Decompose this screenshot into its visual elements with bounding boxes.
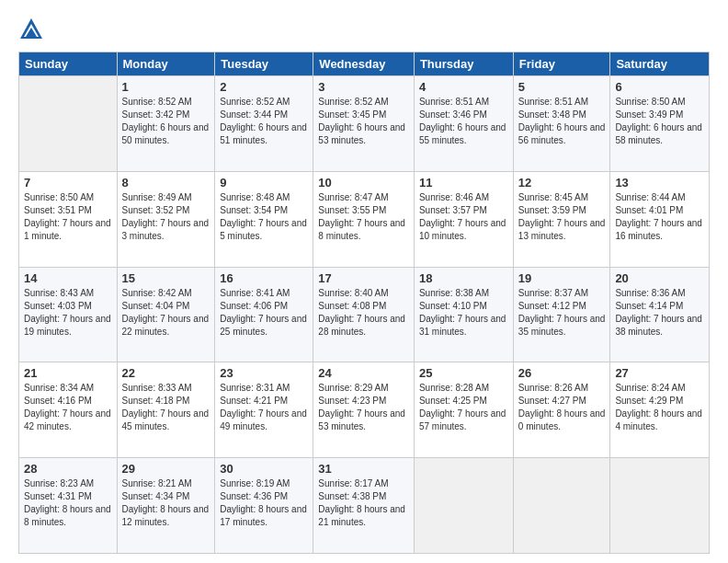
- calendar-cell: 9Sunrise: 8:48 AMSunset: 3:54 PMDaylight…: [215, 171, 313, 267]
- day-number: 11: [419, 176, 508, 190]
- calendar-cell: 21Sunrise: 8:34 AMSunset: 4:16 PMDayligh…: [19, 362, 118, 458]
- calendar-cell: 15Sunrise: 8:42 AMSunset: 4:04 PMDayligh…: [117, 267, 215, 362]
- day-info: Sunrise: 8:42 AMSunset: 4:04 PMDaylight:…: [122, 287, 210, 339]
- day-number: 21: [24, 366, 112, 380]
- calendar-week-row: 14Sunrise: 8:43 AMSunset: 4:03 PMDayligh…: [19, 267, 710, 362]
- calendar-cell: 18Sunrise: 8:38 AMSunset: 4:10 PMDayligh…: [414, 267, 513, 362]
- day-info: Sunrise: 8:41 AMSunset: 4:06 PMDaylight:…: [220, 287, 308, 339]
- calendar-cell: 25Sunrise: 8:28 AMSunset: 4:25 PMDayligh…: [414, 362, 513, 458]
- calendar-cell: 1Sunrise: 8:52 AMSunset: 3:42 PMDaylight…: [117, 76, 215, 172]
- day-info: Sunrise: 8:40 AMSunset: 4:08 PMDaylight:…: [318, 287, 409, 339]
- calendar-week-row: 1Sunrise: 8:52 AMSunset: 3:42 PMDaylight…: [19, 76, 710, 172]
- day-number: 1: [122, 80, 210, 94]
- calendar-cell: 8Sunrise: 8:49 AMSunset: 3:52 PMDaylight…: [117, 171, 215, 267]
- calendar-cell: [414, 458, 513, 554]
- day-info: Sunrise: 8:52 AMSunset: 3:42 PMDaylight:…: [122, 96, 210, 147]
- logo: [18, 17, 48, 42]
- calendar-cell: 31Sunrise: 8:17 AMSunset: 4:38 PMDayligh…: [313, 458, 415, 554]
- day-header-thursday: Thursday: [414, 52, 513, 76]
- day-info: Sunrise: 8:33 AMSunset: 4:18 PMDaylight:…: [122, 382, 210, 433]
- day-number: 28: [24, 462, 112, 476]
- day-info: Sunrise: 8:52 AMSunset: 3:45 PMDaylight:…: [318, 96, 409, 147]
- day-info: Sunrise: 8:26 AMSunset: 4:27 PMDaylight:…: [518, 382, 606, 433]
- day-info: Sunrise: 8:47 AMSunset: 3:55 PMDaylight:…: [318, 191, 409, 243]
- day-info: Sunrise: 8:28 AMSunset: 4:25 PMDaylight:…: [419, 382, 508, 433]
- day-info: Sunrise: 8:24 AMSunset: 4:29 PMDaylight:…: [615, 382, 704, 433]
- day-info: Sunrise: 8:51 AMSunset: 3:46 PMDaylight:…: [419, 96, 508, 147]
- day-info: Sunrise: 8:36 AMSunset: 4:14 PMDaylight:…: [615, 287, 704, 339]
- day-info: Sunrise: 8:48 AMSunset: 3:54 PMDaylight:…: [220, 191, 308, 243]
- day-number: 27: [615, 366, 704, 380]
- calendar-cell: 17Sunrise: 8:40 AMSunset: 4:08 PMDayligh…: [313, 267, 415, 362]
- day-number: 2: [220, 80, 308, 94]
- day-header-wednesday: Wednesday: [313, 52, 415, 76]
- day-info: Sunrise: 8:50 AMSunset: 3:51 PMDaylight:…: [24, 191, 112, 243]
- day-info: Sunrise: 8:45 AMSunset: 3:59 PMDaylight:…: [518, 191, 606, 243]
- day-number: 14: [24, 271, 112, 285]
- day-number: 6: [615, 80, 704, 94]
- day-info: Sunrise: 8:38 AMSunset: 4:10 PMDaylight:…: [419, 287, 508, 339]
- header: [18, 17, 710, 42]
- day-number: 3: [318, 80, 409, 94]
- day-number: 18: [419, 271, 508, 285]
- day-number: 8: [122, 176, 210, 190]
- day-number: 30: [220, 462, 308, 476]
- day-header-friday: Friday: [513, 52, 610, 76]
- calendar-cell: 14Sunrise: 8:43 AMSunset: 4:03 PMDayligh…: [19, 267, 118, 362]
- calendar-week-row: 28Sunrise: 8:23 AMSunset: 4:31 PMDayligh…: [19, 458, 710, 554]
- day-number: 25: [419, 366, 508, 380]
- calendar-cell: 30Sunrise: 8:19 AMSunset: 4:36 PMDayligh…: [215, 458, 313, 554]
- calendar-cell: 27Sunrise: 8:24 AMSunset: 4:29 PMDayligh…: [610, 362, 710, 458]
- day-number: 12: [518, 176, 606, 190]
- calendar-cell: [513, 458, 610, 554]
- calendar-cell: 24Sunrise: 8:29 AMSunset: 4:23 PMDayligh…: [313, 362, 415, 458]
- day-number: 26: [518, 366, 606, 380]
- calendar-cell: 11Sunrise: 8:46 AMSunset: 3:57 PMDayligh…: [414, 171, 513, 267]
- calendar-cell: 4Sunrise: 8:51 AMSunset: 3:46 PMDaylight…: [414, 76, 513, 172]
- day-header-sunday: Sunday: [19, 52, 118, 76]
- day-info: Sunrise: 8:34 AMSunset: 4:16 PMDaylight:…: [24, 382, 112, 433]
- calendar-cell: 7Sunrise: 8:50 AMSunset: 3:51 PMDaylight…: [19, 171, 118, 267]
- day-info: Sunrise: 8:23 AMSunset: 4:31 PMDaylight:…: [24, 477, 112, 529]
- day-info: Sunrise: 8:52 AMSunset: 3:44 PMDaylight:…: [220, 96, 308, 147]
- day-header-tuesday: Tuesday: [215, 52, 313, 76]
- calendar-cell: 16Sunrise: 8:41 AMSunset: 4:06 PMDayligh…: [215, 267, 313, 362]
- day-number: 19: [518, 271, 606, 285]
- day-number: 4: [419, 80, 508, 94]
- calendar-cell: 13Sunrise: 8:44 AMSunset: 4:01 PMDayligh…: [610, 171, 710, 267]
- day-info: Sunrise: 8:29 AMSunset: 4:23 PMDaylight:…: [318, 382, 409, 433]
- calendar-cell: 10Sunrise: 8:47 AMSunset: 3:55 PMDayligh…: [313, 171, 415, 267]
- page: SundayMondayTuesdayWednesdayThursdayFrid…: [0, 0, 728, 563]
- day-info: Sunrise: 8:17 AMSunset: 4:38 PMDaylight:…: [318, 477, 409, 529]
- day-number: 29: [122, 462, 210, 476]
- day-number: 31: [318, 462, 409, 476]
- calendar-cell: 20Sunrise: 8:36 AMSunset: 4:14 PMDayligh…: [610, 267, 710, 362]
- day-number: 15: [122, 271, 210, 285]
- day-number: 7: [24, 176, 112, 190]
- calendar-table: SundayMondayTuesdayWednesdayThursdayFrid…: [18, 52, 710, 554]
- day-number: 9: [220, 176, 308, 190]
- calendar-week-row: 7Sunrise: 8:50 AMSunset: 3:51 PMDaylight…: [19, 171, 710, 267]
- calendar-cell: [19, 76, 118, 172]
- day-info: Sunrise: 8:46 AMSunset: 3:57 PMDaylight:…: [419, 191, 508, 243]
- day-number: 20: [615, 271, 704, 285]
- day-number: 17: [318, 271, 409, 285]
- day-number: 22: [122, 366, 210, 380]
- day-info: Sunrise: 8:51 AMSunset: 3:48 PMDaylight:…: [518, 96, 606, 147]
- calendar-cell: 29Sunrise: 8:21 AMSunset: 4:34 PMDayligh…: [117, 458, 215, 554]
- day-info: Sunrise: 8:49 AMSunset: 3:52 PMDaylight:…: [122, 191, 210, 243]
- day-header-monday: Monday: [117, 52, 215, 76]
- day-info: Sunrise: 8:43 AMSunset: 4:03 PMDaylight:…: [24, 287, 112, 339]
- day-number: 10: [318, 176, 409, 190]
- calendar-cell: [610, 458, 710, 554]
- day-number: 23: [220, 366, 308, 380]
- day-info: Sunrise: 8:37 AMSunset: 4:12 PMDaylight:…: [518, 287, 606, 339]
- day-number: 16: [220, 271, 308, 285]
- calendar-cell: 6Sunrise: 8:50 AMSunset: 3:49 PMDaylight…: [610, 76, 710, 172]
- day-info: Sunrise: 8:19 AMSunset: 4:36 PMDaylight:…: [220, 477, 308, 529]
- calendar-cell: 19Sunrise: 8:37 AMSunset: 4:12 PMDayligh…: [513, 267, 610, 362]
- calendar-cell: 3Sunrise: 8:52 AMSunset: 3:45 PMDaylight…: [313, 76, 415, 172]
- day-info: Sunrise: 8:21 AMSunset: 4:34 PMDaylight:…: [122, 477, 210, 529]
- logo-icon: [18, 17, 44, 42]
- calendar-cell: 2Sunrise: 8:52 AMSunset: 3:44 PMDaylight…: [215, 76, 313, 172]
